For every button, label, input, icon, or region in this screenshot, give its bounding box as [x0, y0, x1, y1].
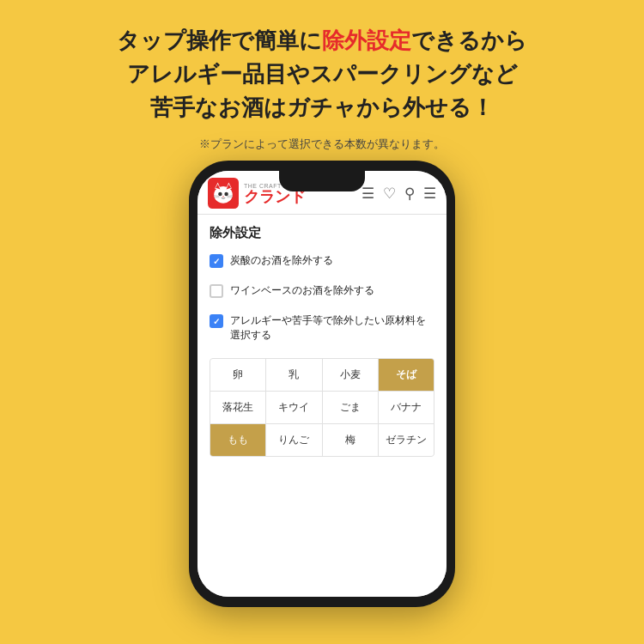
header-line3: 苦手なお酒はガチャから外せる！: [34, 91, 610, 125]
checkbox-2[interactable]: [210, 284, 223, 298]
phone-screen: THE CRAFT DRINK クランド ☰ ♡ ⚲ ☰ 除外設定 炭酸のお酒を: [197, 171, 447, 597]
checkbox-row-2[interactable]: ワインベースのお酒を除外する: [210, 283, 434, 298]
app-content: 除外設定 炭酸のお酒を除外する ワインベースのお酒を除外する アレルギーや苦手等…: [197, 215, 447, 597]
person-icon[interactable]: ☰: [361, 185, 374, 203]
allergen-cell-wheat[interactable]: 小麦: [323, 359, 378, 391]
heart-icon[interactable]: ♡: [383, 185, 396, 203]
checkbox-label-3: アレルギーや苦手等で除外したい原材料を選択する: [230, 313, 434, 343]
sub-note: ※プランによって選択できる本数が異なります。: [0, 137, 644, 152]
checkbox-1[interactable]: [210, 254, 223, 268]
header-section: タップ操作で簡単に除外設定できるから アレルギー品目やスパークリングなど 苦手な…: [0, 0, 644, 133]
svg-point-6: [218, 192, 222, 197]
header-line1: タップ操作で簡単に除外設定できるから: [34, 24, 610, 58]
screen-title: 除外設定: [210, 225, 434, 241]
cart-icon[interactable]: ⚲: [404, 185, 415, 203]
checkbox-row-1[interactable]: 炭酸のお酒を除外する: [210, 253, 434, 268]
allergen-cell-egg[interactable]: 卵: [210, 359, 265, 391]
allergen-cell-peanut[interactable]: 落花生: [210, 392, 265, 423]
phone-mockup: THE CRAFT DRINK クランド ☰ ♡ ⚲ ☰ 除外設定 炭酸のお酒を: [0, 161, 644, 607]
search-icon[interactable]: ☰: [423, 185, 436, 203]
header-line2: アレルギー品目やスパークリングなど: [34, 58, 610, 91]
app-nav-icons: ☰ ♡ ⚲ ☰: [361, 185, 436, 203]
allergen-cell-apple[interactable]: りんご: [266, 424, 321, 456]
app-logo-icon: [208, 178, 239, 209]
header-highlight: 除外設定: [322, 27, 411, 53]
allergen-cell-soba[interactable]: そば: [379, 359, 434, 391]
checkbox-label-1: 炭酸のお酒を除外する: [230, 253, 333, 268]
allergen-cell-plum[interactable]: 梅: [323, 424, 378, 456]
phone-frame: THE CRAFT DRINK クランド ☰ ♡ ⚲ ☰ 除外設定 炭酸のお酒を: [189, 161, 455, 607]
allergen-cell-peach[interactable]: もも: [210, 424, 265, 456]
allergen-cell-banana[interactable]: バナナ: [379, 392, 434, 423]
checkbox-row-3[interactable]: アレルギーや苦手等で除外したい原材料を選択する: [210, 313, 434, 343]
header-line1-before: タップ操作で簡単に: [117, 27, 322, 53]
allergen-cell-gelatin[interactable]: ゼラチン: [379, 424, 434, 456]
header-line1-after: できるから: [411, 27, 527, 53]
allergen-cell-kiwi[interactable]: キウイ: [266, 392, 321, 423]
allergen-cell-sesame[interactable]: ごま: [323, 392, 378, 423]
phone-notch: [279, 171, 365, 191]
allergen-grid: 卵 乳 小麦 そば 落花生 キウイ ごま バナナ もも りんご 梅 ゼラチン: [210, 358, 434, 457]
checkbox-label-2: ワインベースのお酒を除外する: [230, 283, 374, 298]
allergen-cell-milk[interactable]: 乳: [266, 359, 321, 391]
svg-point-7: [224, 192, 228, 197]
checkbox-3[interactable]: [210, 314, 223, 328]
